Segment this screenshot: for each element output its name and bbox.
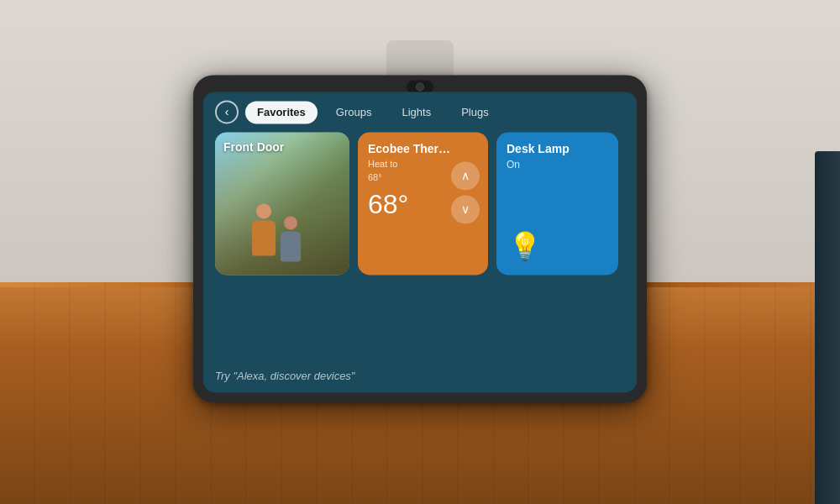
person2-silhouette [278, 216, 303, 266]
right-frame-decoration [815, 151, 840, 504]
navigation-bar: ‹ Favorites Groups Lights Plugs [203, 92, 637, 132]
device-screen[interactable]: ‹ Favorites Groups Lights Plugs [203, 92, 637, 392]
tab-lights[interactable]: Lights [390, 101, 443, 123]
card-ecobee[interactable]: Ecobee Ther… Heat to 68° 68° ∧ ∨ [358, 132, 488, 275]
tab-favorites[interactable]: Favorites [245, 101, 318, 123]
lamp-status: On [507, 159, 608, 171]
temp-down-button[interactable]: ∨ [451, 195, 480, 223]
ecobee-title: Ecobee Ther… [368, 142, 478, 155]
temp-controls: ∧ ∨ [451, 161, 480, 223]
back-button[interactable]: ‹ [215, 100, 239, 123]
card-desk-lamp[interactable]: Desk Lamp On 💡 [496, 132, 618, 275]
lamp-title: Desk Lamp [507, 142, 608, 155]
temp-up-button[interactable]: ∧ [451, 161, 480, 190]
echo-show-device: ‹ Favorites Groups Lights Plugs [193, 75, 647, 402]
camera-lens [416, 82, 424, 91]
person2-body [281, 231, 301, 261]
lamp-icon: 💡 [508, 230, 542, 262]
card-front-door[interactable]: Front Door [215, 132, 349, 275]
person2-head [284, 216, 297, 229]
person1-head [256, 203, 271, 218]
door-label: Front Door [223, 140, 284, 154]
tab-groups[interactable]: Groups [324, 101, 384, 123]
alexa-hint: Try "Alexa, discover devices" [203, 361, 637, 392]
tab-plugs[interactable]: Plugs [449, 101, 501, 123]
cards-container: Front Door Ecobee Ther… Heat to 68° 68° … [203, 132, 637, 361]
person1-silhouette [249, 203, 278, 262]
person1-body [252, 220, 276, 255]
